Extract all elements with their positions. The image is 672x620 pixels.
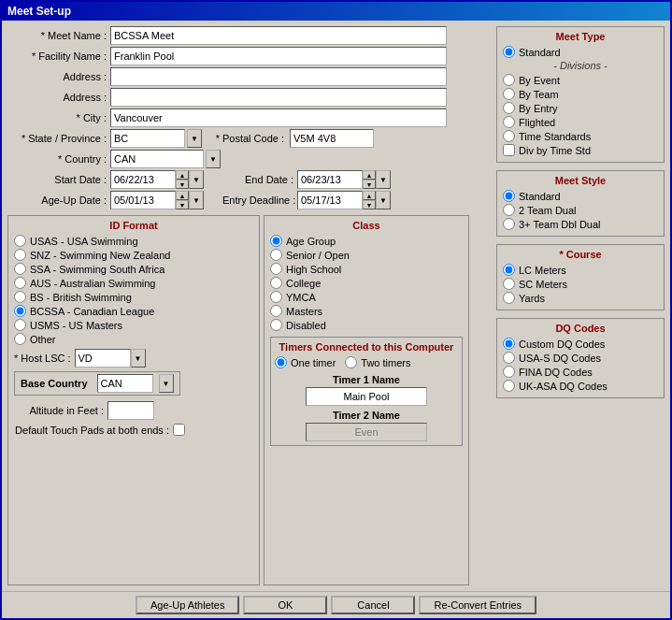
base-country-dropdown-btn[interactable]: ▼ <box>159 374 174 393</box>
host-lsc-label: * Host LSC : <box>14 353 75 364</box>
entry-deadline-input[interactable] <box>297 191 363 209</box>
age-up-cal-btn[interactable]: ▼ <box>189 191 204 209</box>
start-date-input[interactable] <box>110 170 176 189</box>
ms-2team-radio[interactable] <box>503 204 515 216</box>
start-date-up-btn[interactable]: ▲ <box>176 170 189 180</box>
dq-ukasa-radio[interactable] <box>503 380 515 392</box>
mt-by-team-radio[interactable] <box>503 88 515 100</box>
country-input[interactable] <box>110 150 204 168</box>
id-bs-radio[interactable] <box>14 291 26 303</box>
ms-standard-radio[interactable] <box>503 190 515 202</box>
re-convert-button[interactable]: Re-Convert Entries <box>419 596 536 614</box>
id-usas-radio[interactable] <box>14 235 26 247</box>
end-date-down-btn[interactable]: ▼ <box>363 180 376 189</box>
age-up-button[interactable]: Age-Up Athletes <box>136 596 240 614</box>
meet-type-section: Meet Type Standard - Divisions - By Even… <box>496 26 665 163</box>
state-dropdown-btn[interactable]: ▼ <box>187 129 202 148</box>
address1-row: Address : <box>7 67 491 86</box>
timers-title: Timers Connected to this Computer <box>275 341 458 353</box>
course-lc-radio[interactable] <box>503 264 515 276</box>
class-senior-radio[interactable] <box>270 249 282 261</box>
entry-deadline-up-btn[interactable]: ▲ <box>363 191 376 200</box>
dq-custom-label: Custom DQ Codes <box>519 339 605 350</box>
altitude-label: Altitude in Feet : <box>14 405 107 416</box>
mt-div-time-label: Div by Time Std <box>519 145 591 156</box>
timer1-input[interactable] <box>306 387 427 406</box>
ms-3team-radio[interactable] <box>503 218 515 230</box>
class-disabled-radio[interactable] <box>270 319 282 331</box>
base-country-input[interactable] <box>97 374 153 393</box>
age-up-down-btn[interactable]: ▼ <box>176 200 189 209</box>
start-date-cal-btn[interactable]: ▼ <box>189 170 204 189</box>
class-age-radio[interactable] <box>270 235 282 247</box>
dq-ukasa-label: UK-ASA DQ Codes <box>519 381 608 392</box>
class-senior-label: Senior / Open <box>286 250 350 261</box>
id-aus-radio[interactable] <box>14 277 26 289</box>
altitude-input[interactable] <box>107 401 154 420</box>
course-yards-radio[interactable] <box>503 292 515 304</box>
host-lsc-input[interactable] <box>75 349 131 368</box>
course-sc-radio[interactable] <box>503 278 515 290</box>
dq-usas-row: USA-S DQ Codes <box>503 352 658 364</box>
id-other-radio[interactable] <box>14 333 26 345</box>
state-input[interactable] <box>110 129 185 148</box>
meet-name-input[interactable] <box>110 26 447 45</box>
id-aus-row: AUS - Australian Swimming <box>14 277 253 289</box>
mt-by-entry-radio[interactable] <box>503 102 515 114</box>
entry-deadline-down-btn[interactable]: ▼ <box>363 200 376 209</box>
mt-standard-row: Standard <box>503 46 658 58</box>
start-date-down-btn[interactable]: ▼ <box>176 180 189 189</box>
class-hs-radio[interactable] <box>270 263 282 275</box>
mt-div-time-checkbox[interactable] <box>503 144 515 156</box>
dq-usas-radio[interactable] <box>503 352 515 364</box>
class-masters-radio[interactable] <box>270 305 282 317</box>
id-bcssa-radio[interactable] <box>14 305 26 317</box>
end-date-cal-btn[interactable]: ▼ <box>376 170 391 189</box>
id-snz-radio[interactable] <box>14 249 26 261</box>
id-usas-label: USAS - USA Swimming <box>30 236 138 247</box>
id-usas-row: USAS - USA Swimming <box>14 235 253 247</box>
dq-fina-label: FINA DQ Codes <box>519 367 593 378</box>
timer2-input[interactable] <box>306 423 427 441</box>
timer1-label: Timer 1 Name <box>275 374 458 385</box>
entry-deadline-cal-btn[interactable]: ▼ <box>376 191 391 209</box>
two-timers-radio[interactable] <box>345 356 357 368</box>
mt-by-event-radio[interactable] <box>503 74 515 86</box>
age-up-input[interactable] <box>110 191 176 209</box>
course-sc-row: SC Meters <box>503 278 658 290</box>
start-date-label: Start Date : <box>7 174 110 185</box>
touch-pads-checkbox[interactable] <box>173 424 185 436</box>
mt-flighted-radio[interactable] <box>503 116 515 128</box>
base-country-row: Base Country ▼ <box>14 371 253 396</box>
class-ymca-radio[interactable] <box>270 291 282 303</box>
address2-input[interactable] <box>110 88 447 107</box>
id-format-box: ID Format USAS - USA Swimming SNZ - Swim… <box>7 215 260 585</box>
cancel-button[interactable]: Cancel <box>331 596 415 614</box>
id-ssa-radio[interactable] <box>14 263 26 275</box>
dq-fina-radio[interactable] <box>503 366 515 378</box>
mt-time-standards-row: Time Standards <box>503 130 658 142</box>
course-title: * Course <box>503 249 658 260</box>
end-date-input[interactable] <box>297 170 363 189</box>
city-row: * City : <box>7 108 491 127</box>
ms-2team-row: 2 Team Dual <box>503 204 658 216</box>
state-postal-row: * State / Province : ▼ * Postal Code : <box>7 129 491 148</box>
facility-input[interactable] <box>110 47 447 65</box>
end-date-up-btn[interactable]: ▲ <box>363 170 376 180</box>
postal-input[interactable] <box>290 129 374 148</box>
city-input[interactable] <box>110 108 447 127</box>
id-format-title: ID Format <box>14 220 253 231</box>
id-usms-radio[interactable] <box>14 319 26 331</box>
id-bs-row: BS - British Swimming <box>14 291 253 303</box>
address1-input[interactable] <box>110 67 447 86</box>
host-lsc-dropdown-btn[interactable]: ▼ <box>131 349 146 368</box>
class-college-radio[interactable] <box>270 277 282 289</box>
country-dropdown-btn[interactable]: ▼ <box>206 150 221 168</box>
mt-standard-radio[interactable] <box>503 46 515 58</box>
mt-time-standards-radio[interactable] <box>503 130 515 142</box>
address2-label: Address : <box>7 92 110 103</box>
age-up-up-btn[interactable]: ▲ <box>176 191 189 200</box>
dq-custom-radio[interactable] <box>503 338 515 350</box>
ok-button[interactable]: OK <box>243 596 327 614</box>
one-timer-radio[interactable] <box>275 356 287 368</box>
